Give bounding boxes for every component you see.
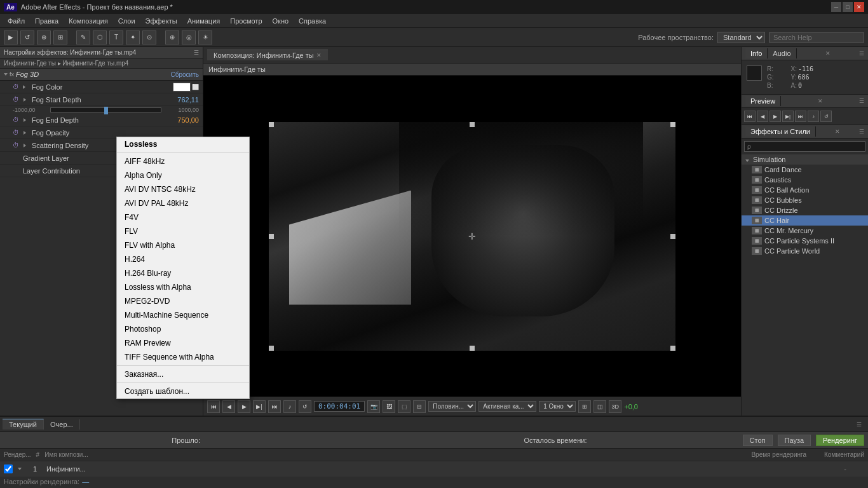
effects-styles-close[interactable]: ✕ bbox=[835, 128, 840, 135]
stopwatch-start-icon[interactable]: ⏱ bbox=[13, 96, 19, 103]
menu-composition[interactable]: Композиция bbox=[64, 16, 113, 26]
timecode[interactable]: 0:00:04:01 bbox=[314, 401, 365, 412]
transparency-btn[interactable]: ⊟ bbox=[413, 400, 426, 413]
search-input[interactable] bbox=[769, 32, 864, 43]
prev-first-frame[interactable]: ⏮ bbox=[744, 111, 756, 122]
audio-tab[interactable]: Audio bbox=[768, 48, 796, 58]
settings-value[interactable]: — bbox=[82, 478, 89, 485]
tab-queue[interactable]: Очер... bbox=[44, 419, 80, 430]
dd-avi-pal[interactable]: AVI DV PAL 48kHz bbox=[117, 196, 249, 210]
dd-tiff-seq[interactable]: TIFF Sequence with Alpha bbox=[117, 350, 249, 364]
effects-styles-menu[interactable]: ☰ bbox=[859, 128, 864, 135]
preview-panel-menu[interactable]: ☰ bbox=[859, 98, 864, 104]
preview-panel-close[interactable]: ✕ bbox=[818, 98, 823, 104]
fog-color-swatch[interactable] bbox=[173, 83, 191, 92]
transport-play[interactable]: ▶ bbox=[238, 400, 250, 413]
tool-rotate[interactable]: ↺ bbox=[20, 30, 34, 44]
dd-custom[interactable]: Заказная... bbox=[117, 367, 249, 381]
dd-multi-machine[interactable]: Multi-Machine Sequence bbox=[117, 308, 249, 322]
tool-stamp[interactable]: ⊙ bbox=[142, 30, 156, 44]
menu-help[interactable]: Справка bbox=[294, 16, 331, 26]
dd-mpeg2-dvd[interactable]: MPEG2-DVD bbox=[117, 294, 249, 308]
camera-select[interactable]: Активная ка... bbox=[478, 401, 536, 412]
region-of-interest[interactable]: ⬚ bbox=[398, 400, 410, 413]
effect-cc-hair[interactable]: ▦ CC Hair bbox=[742, 215, 868, 226]
pause-button[interactable]: Пауза bbox=[778, 435, 811, 446]
grid-btn[interactable]: ⊞ bbox=[578, 400, 591, 413]
fog3d-group-header[interactable]: fx Fog 3D Сбросить bbox=[0, 69, 203, 81]
tab-current[interactable]: Текущий bbox=[3, 419, 44, 430]
transport-next-frame[interactable]: ▶| bbox=[253, 400, 266, 413]
tool-select[interactable]: ▶ bbox=[4, 30, 18, 44]
comp-tab[interactable]: Композиция: Инфинити-Где ты ✕ bbox=[207, 50, 328, 60]
dd-create-template[interactable]: Создать шаблон... bbox=[117, 384, 249, 398]
effect-cc-ball[interactable]: ▦ CC Ball Action bbox=[742, 185, 868, 195]
fog-start-value[interactable]: 762,11 bbox=[177, 96, 199, 104]
menu-window[interactable]: Окно bbox=[268, 16, 294, 26]
dd-flv[interactable]: FLV bbox=[117, 224, 249, 238]
prev-step-back[interactable]: ◀ bbox=[757, 111, 768, 122]
render-panel-menu[interactable]: ☰ bbox=[853, 421, 865, 428]
transport-end[interactable]: ⏭ bbox=[268, 400, 281, 413]
dd-ram-preview[interactable]: RAM Preview bbox=[117, 336, 249, 350]
effect-card-dance[interactable]: ▦ Card Dance bbox=[742, 165, 868, 175]
menu-view[interactable]: Просмотр bbox=[225, 16, 267, 26]
dd-avi-ntsc[interactable]: AVI DV NTSC 48kHz bbox=[117, 182, 249, 196]
transport-audio[interactable]: ♪ bbox=[283, 400, 296, 413]
stop-button[interactable]: Стоп bbox=[743, 435, 773, 446]
tool-light[interactable]: ☀ bbox=[198, 30, 212, 44]
comp-tab-close[interactable]: ✕ bbox=[316, 52, 322, 58]
tool-3d[interactable]: ⊞ bbox=[53, 30, 67, 44]
prev-play[interactable]: ▶ bbox=[770, 111, 781, 122]
show-snapshot-btn[interactable]: 🖼 bbox=[383, 400, 395, 413]
effect-cc-particle-world[interactable]: ▦ CC Particle World bbox=[742, 246, 868, 256]
3d-btn[interactable]: 3D bbox=[609, 400, 621, 413]
menu-effects[interactable]: Эффекты bbox=[140, 16, 182, 26]
prev-step-fwd[interactable]: ▶| bbox=[782, 111, 794, 122]
render-button[interactable]: Рендеринг bbox=[816, 435, 864, 446]
info-tab[interactable]: Info bbox=[745, 48, 768, 58]
transport-start[interactable]: ⏮ bbox=[207, 400, 220, 413]
effects-panel-menu[interactable]: ☰ bbox=[194, 50, 199, 56]
snapshot-btn[interactable]: 📷 bbox=[367, 400, 380, 413]
dd-f4v[interactable]: F4V bbox=[117, 210, 249, 224]
info-panel-menu[interactable]: ☰ bbox=[859, 50, 864, 57]
transport-prev-frame[interactable]: ◀ bbox=[222, 400, 235, 413]
quality-select[interactable]: Половин... bbox=[428, 401, 476, 412]
close-button[interactable]: ✕ bbox=[854, 2, 864, 12]
dd-lossless-alpha[interactable]: Lossless with Alpha bbox=[117, 280, 249, 294]
stopwatch-scatter-icon[interactable]: ⏱ bbox=[13, 142, 19, 149]
mask-btn[interactable]: ◫ bbox=[593, 400, 606, 413]
simulation-header[interactable]: Simulation bbox=[742, 154, 868, 165]
stopwatch-icon[interactable]: ⏱ bbox=[13, 83, 19, 90]
menu-animation[interactable]: Анимация bbox=[182, 16, 226, 26]
stopwatch-opacity-icon[interactable]: ⏱ bbox=[13, 129, 19, 136]
effect-caustics[interactable]: ▦ Caustics bbox=[742, 175, 868, 185]
prev-last-frame[interactable]: ⏭ bbox=[795, 111, 806, 122]
dd-photoshop[interactable]: Photoshop bbox=[117, 322, 249, 336]
tool-pen[interactable]: ✎ bbox=[76, 30, 90, 44]
prev-audio[interactable]: ♪ bbox=[808, 111, 819, 122]
view-select[interactable]: 1 Окно bbox=[539, 401, 576, 412]
minimize-button[interactable]: ─ bbox=[831, 2, 841, 12]
dd-h264-bluray[interactable]: H.264 Blu-ray bbox=[117, 266, 249, 280]
tool-anchor[interactable]: ⊕ bbox=[165, 30, 179, 44]
dd-flv-alpha[interactable]: FLV with Alpha bbox=[117, 238, 249, 252]
dd-aiff[interactable]: AIFF 48kHz bbox=[117, 154, 249, 168]
slider-thumb[interactable] bbox=[104, 107, 108, 114]
prev-loop[interactable]: ↺ bbox=[820, 111, 832, 122]
transport-loop[interactable]: ↺ bbox=[299, 400, 311, 413]
dd-h264[interactable]: H.264 bbox=[117, 252, 249, 266]
menu-layers[interactable]: Слои bbox=[113, 16, 140, 26]
tool-text[interactable]: T bbox=[109, 30, 123, 44]
stopwatch-end-icon[interactable]: ⏱ bbox=[13, 116, 19, 123]
tool-camera[interactable]: ◎ bbox=[182, 30, 196, 44]
tool-search[interactable]: ⊕ bbox=[37, 30, 51, 44]
info-panel-close[interactable]: ✕ bbox=[825, 50, 831, 57]
fog-start-slider[interactable] bbox=[50, 107, 161, 112]
effect-cc-bubbles[interactable]: ▦ CC Bubbles bbox=[742, 195, 868, 205]
preview-tab[interactable]: Preview bbox=[745, 96, 781, 106]
dd-alpha-only[interactable]: Alpha Only bbox=[117, 168, 249, 182]
tool-mask[interactable]: ⬡ bbox=[93, 30, 107, 44]
tool-paint[interactable]: ✦ bbox=[126, 30, 140, 44]
